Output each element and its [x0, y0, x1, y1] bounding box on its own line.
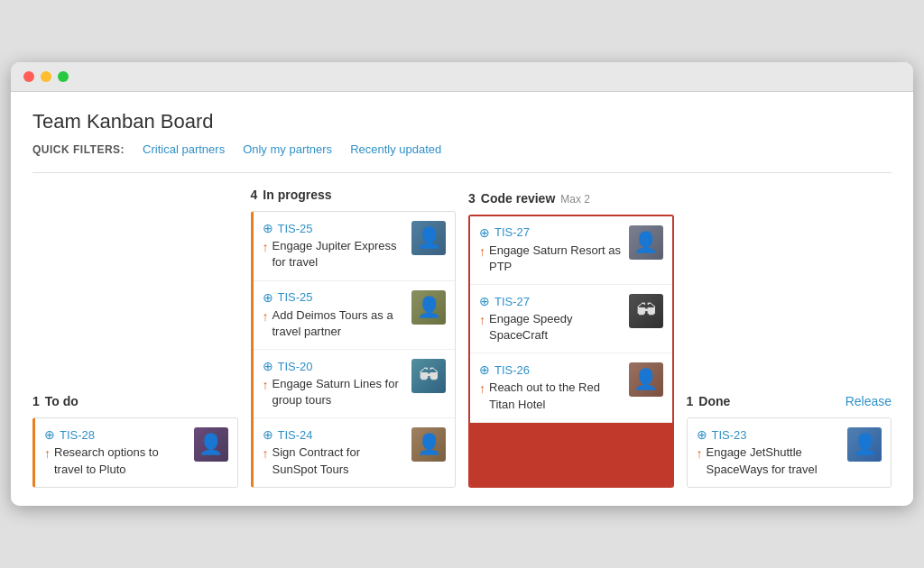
quick-filters-label: QUICK FILTERS:: [32, 143, 125, 156]
todo-cards-container: ⊕ TIS-28 ↑ Research options to travel to…: [32, 417, 238, 487]
card-id: ⊕ TIS-26: [479, 362, 622, 377]
card-title: ↑ Sign Contract for SunSpot Tours: [263, 444, 405, 477]
card-title: ↑ Engage Saturn Resort as PTP: [479, 243, 622, 275]
titlebar: [11, 62, 913, 92]
card-id: ⊕ TIS-24: [263, 427, 405, 442]
table-row: ⊕ TIS-28 ↑ Research options to travel to…: [35, 418, 237, 486]
card-info: ⊕ TIS-24 ↑ Sign Contract for SunSpot Tou…: [263, 427, 405, 477]
avatar: 🕶: [629, 294, 663, 328]
avatar: 👤: [411, 427, 446, 462]
codereview-name: Code review: [481, 191, 555, 206]
main-content: Team Kanban Board QUICK FILTERS: Critica…: [11, 92, 913, 506]
column-todo: 1 To do ⊕ TIS-28: [32, 394, 238, 487]
avatar-image: 👤: [411, 290, 446, 325]
done-name: Done: [698, 394, 730, 408]
card-info: ⊕ TIS-23 ↑ Engage JetShuttle SpaceWays f…: [697, 427, 841, 477]
avatar: 👤: [411, 221, 446, 255]
maximize-button[interactable]: [58, 71, 69, 82]
table-row: ⊕ TIS-27 ↑ Engage Speedy SpaceCraft: [470, 285, 672, 353]
overflow-indicator: [470, 423, 672, 486]
avatar: 👤: [629, 362, 663, 397]
card-title: ↑ Reach out to the Red Titan Hotel: [479, 380, 622, 412]
column-done: 1 Done Release ⊕ TIS-23: [687, 394, 892, 487]
table-row: ⊕ TIS-23 ↑ Engage JetShuttle SpaceWays f…: [688, 418, 892, 486]
minimize-button[interactable]: [41, 71, 51, 82]
plus-icon: ⊕: [44, 427, 55, 442]
priority-icon: ↑: [479, 380, 485, 399]
avatar-image: 🕶: [411, 359, 446, 393]
card-info: ⊕ TIS-25 ↑ Engage Jupiter Express for tr…: [263, 221, 405, 270]
codereview-count: 3: [468, 191, 476, 206]
avatar-image: 👤: [629, 362, 663, 397]
column-done-header: 1 Done Release: [687, 394, 892, 408]
card-id: ⊕ TIS-20: [263, 359, 405, 373]
column-todo-header: 1 To do: [32, 394, 238, 408]
priority-icon: ↑: [263, 239, 269, 257]
todo-count: 1: [32, 394, 40, 408]
priority-icon: ↑: [44, 445, 51, 463]
kanban-board: 1 To do ⊕ TIS-28: [32, 188, 892, 488]
plus-icon: ⊕: [697, 427, 707, 442]
card-info: ⊕ TIS-27 ↑ Engage Speedy SpaceCraft: [479, 294, 622, 344]
inprogress-count: 4: [251, 188, 258, 202]
table-row: ⊕ TIS-24 ↑ Sign Contract for SunSpot Tou…: [254, 418, 456, 486]
column-inprogress-header: 4 In progress: [251, 188, 457, 202]
table-row: ⊕ TIS-27 ↑ Engage Saturn Resort as PTP: [470, 216, 672, 285]
card-id: ⊕ TIS-27: [479, 225, 622, 240]
card-id: ⊕ TIS-25: [263, 221, 405, 235]
card-info: ⊕ TIS-26 ↑ Reach out to the Red Titan Ho…: [479, 362, 622, 412]
avatar: 👤: [194, 427, 228, 462]
avatar: 🕶: [411, 359, 446, 393]
card-id: ⊕ TIS-23: [697, 427, 841, 442]
filter-critical[interactable]: Critical partners: [143, 142, 225, 156]
column-codereview-header: 3 Code review Max 2: [468, 191, 674, 206]
avatar: 👤: [411, 290, 446, 325]
card-info: ⊕ TIS-28 ↑ Research options to travel to…: [44, 427, 187, 477]
done-cards-container: ⊕ TIS-23 ↑ Engage JetShuttle SpaceWays f…: [687, 417, 892, 487]
priority-icon: ↑: [479, 312, 485, 330]
kanban-window: Team Kanban Board QUICK FILTERS: Critica…: [11, 62, 913, 506]
todo-name: To do: [45, 394, 79, 408]
card-title: ↑ Add Deimos Tours as a travel partner: [263, 307, 405, 340]
priority-icon: ↑: [263, 308, 269, 326]
filter-mine[interactable]: Only my partners: [243, 142, 332, 156]
card-id: ⊕ TIS-27: [479, 294, 622, 308]
close-button[interactable]: [23, 71, 34, 82]
table-row: ⊕ TIS-25 ↑ Engage Jupiter Express for tr…: [254, 212, 456, 280]
card-title: ↑ Engage Speedy SpaceCraft: [479, 311, 622, 344]
card-id: ⊕ TIS-25: [263, 290, 405, 305]
card-info: ⊕ TIS-20 ↑ Engage Saturn Lines for group…: [263, 359, 405, 408]
plus-icon: ⊕: [263, 290, 273, 305]
codereview-cards-container: ⊕ TIS-27 ↑ Engage Saturn Resort as PTP: [468, 215, 674, 488]
plus-icon: ⊕: [263, 427, 273, 442]
column-inprogress: 4 In progress ⊕ TIS-25: [251, 188, 457, 488]
plus-icon: ⊕: [479, 225, 490, 240]
card-info: ⊕ TIS-25 ↑ Add Deimos Tours as a travel …: [263, 290, 405, 340]
table-row: ⊕ TIS-26 ↑ Reach out to the Red Titan Ho…: [470, 353, 672, 422]
avatar-image: 👤: [411, 221, 446, 255]
card-title: ↑ Research options to travel to Pluto: [44, 444, 187, 477]
priority-icon: ↑: [697, 445, 703, 463]
priority-icon: ↑: [263, 377, 269, 395]
avatar-image: 👤: [194, 427, 228, 462]
plus-icon: ⊕: [479, 294, 490, 308]
plus-icon: ⊕: [263, 359, 273, 373]
card-title: ↑ Engage JetShuttle SpaceWays for travel: [697, 444, 841, 477]
release-button[interactable]: Release: [845, 394, 892, 408]
inprogress-name: In progress: [263, 188, 331, 202]
max-badge: Max 2: [560, 193, 590, 206]
done-count: 1: [687, 394, 694, 408]
table-row: ⊕ TIS-20 ↑ Engage Saturn Lines for group…: [254, 350, 456, 418]
section-divider: [32, 172, 892, 173]
avatar-image: 👤: [629, 225, 663, 260]
filter-recent[interactable]: Recently updated: [350, 142, 441, 156]
avatar: 👤: [847, 427, 882, 462]
avatar-image: 🕶: [629, 294, 663, 328]
column-codereview: 3 Code review Max 2 ⊕: [468, 191, 674, 488]
inprogress-cards-container: ⊕ TIS-25 ↑ Engage Jupiter Express for tr…: [251, 211, 457, 488]
priority-icon: ↑: [263, 445, 269, 463]
plus-icon: ⊕: [263, 221, 273, 235]
quick-filters-bar: QUICK FILTERS: Critical partners Only my…: [32, 142, 892, 156]
card-info: ⊕ TIS-27 ↑ Engage Saturn Resort as PTP: [479, 225, 622, 275]
avatar-image: 👤: [847, 427, 882, 462]
